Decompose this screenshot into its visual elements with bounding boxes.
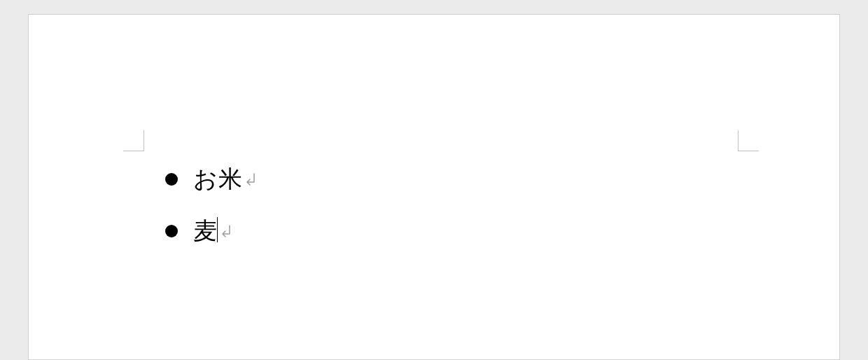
paragraph-mark-icon — [219, 223, 232, 239]
list-item-text[interactable]: 麦 — [193, 219, 218, 243]
list-item[interactable]: お米 — [165, 165, 256, 193]
margin-guide-top-right — [738, 130, 759, 151]
list-item-text[interactable]: お米 — [193, 167, 242, 191]
list-item[interactable]: 麦 — [165, 217, 256, 245]
margin-guide-top-left — [123, 130, 144, 151]
text-cursor — [217, 217, 218, 242]
bullet-icon — [165, 225, 178, 237]
document-body[interactable]: お米 麦 — [165, 165, 256, 269]
bullet-icon — [165, 173, 178, 186]
paragraph-mark-icon — [244, 172, 256, 187]
document-page[interactable]: お米 麦 — [28, 14, 840, 360]
